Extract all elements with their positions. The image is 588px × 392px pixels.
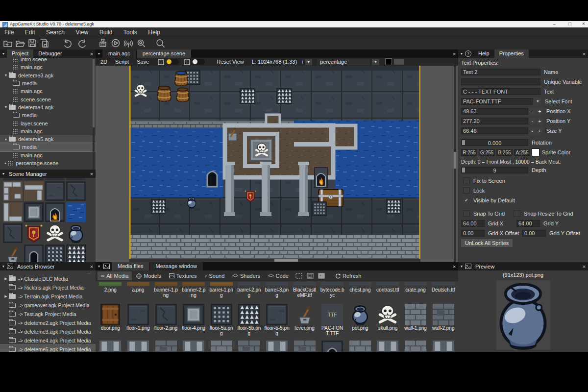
lock-checkbox[interactable] (463, 187, 470, 194)
font-field[interactable] (461, 98, 533, 105)
tab-help[interactable]: Help (473, 49, 494, 58)
tile-plate[interactable] (24, 202, 44, 222)
more-options-icon[interactable]: ... (0, 270, 96, 274)
reset-view-button[interactable]: Reset View (214, 58, 246, 66)
tile-arch[interactable] (24, 245, 44, 262)
asset-item-deleteme4[interactable]: -> deleteme4.agk Project Media (0, 336, 96, 345)
close-icon[interactable]: × (580, 264, 588, 270)
media-item[interactable] (318, 341, 346, 352)
media-item[interactable]: TTFPAC-FONT.TTF (318, 304, 346, 336)
tree-item-percentage-scene[interactable]: ●percentage.scene (0, 159, 96, 167)
menu-build[interactable]: Build (95, 28, 117, 37)
save-all-icon[interactable] (40, 38, 49, 48)
asset-item-test[interactable]: -> Test.agk Project Media (0, 310, 96, 318)
collapse-icon[interactable]: ▼ (458, 265, 465, 268)
media-item[interactable]: barrel-2.png (235, 282, 263, 298)
maximize-button[interactable]: □ (564, 21, 576, 27)
tile-brick-piece[interactable] (3, 181, 23, 201)
snap-to-grid-checkbox[interactable] (463, 210, 470, 217)
fix-to-screen-checkbox[interactable] (463, 177, 470, 184)
tab-media-files[interactable]: Media files (112, 262, 150, 270)
asset-item-gameover[interactable]: -> gameover.agk Project Media (0, 301, 96, 310)
menu-edit[interactable]: Edit (21, 28, 40, 37)
resolution-dropdown-icon[interactable]: ▼ (305, 59, 312, 65)
tree-item-layer-scene[interactable]: layer.scene (0, 119, 96, 127)
tree-item-deleteme4[interactable]: ▼deleteme4.agk (0, 103, 96, 111)
size-y-plus-button[interactable]: + (537, 127, 543, 134)
filter-models[interactable]: Models (133, 271, 164, 280)
expand-arrow-icon[interactable]: ▼ (3, 105, 9, 109)
position-x-minus-button[interactable]: - (529, 108, 536, 115)
menu-tools[interactable]: Tools (119, 28, 142, 37)
size-y-minus-button[interactable]: - (529, 127, 536, 134)
asset-item-terrain[interactable]: ▶-> Terrain.agk Project Media (0, 292, 96, 301)
unique-variable-field[interactable] (461, 78, 540, 85)
scrollbar-thumb[interactable] (93, 59, 95, 127)
project-tree-scrollbar[interactable] (93, 58, 95, 170)
expand-arrow-icon[interactable]: ▼ (3, 74, 9, 77)
media-item[interactable] (235, 341, 263, 352)
tree-item-main-agc[interactable]: main.agc (0, 63, 96, 71)
media-item[interactable]: lever.png (291, 304, 318, 336)
close-icon[interactable]: × (580, 51, 588, 57)
font-dropdown-icon[interactable]: ▼ (534, 98, 541, 105)
media-item[interactable] (374, 341, 402, 352)
tile-floor-cracked[interactable] (3, 223, 23, 243)
save-icon[interactable] (27, 38, 37, 48)
color-r-field[interactable]: R:255 (461, 149, 477, 156)
name-field[interactable] (461, 69, 540, 75)
compile-icon[interactable] (98, 38, 108, 48)
media-item[interactable]: 2.png (97, 282, 124, 298)
media-item[interactable] (152, 341, 180, 352)
media-item[interactable]: contrast.ttf (374, 282, 402, 298)
script-button[interactable]: Script (112, 58, 132, 66)
expand-arrow-icon[interactable]: ▼ (3, 138, 9, 141)
tile-brick-corner[interactable] (3, 202, 23, 222)
media-item[interactable]: Deutsch.ttf (429, 282, 457, 298)
collapse-icon[interactable]: ▼ (0, 172, 7, 175)
view-thumbnails-button[interactable] (317, 272, 326, 279)
close-icon[interactable]: × (88, 171, 96, 177)
menu-search[interactable]: Search (42, 28, 69, 37)
media-item[interactable] (263, 341, 291, 352)
tile-floor-dark[interactable] (45, 181, 65, 201)
grid-x-field[interactable] (461, 220, 485, 227)
filter-sound[interactable]: ♪Sound (201, 271, 228, 280)
media-item[interactable] (124, 341, 152, 352)
refresh-button[interactable]: Refresh (332, 271, 365, 280)
tab-debugger[interactable]: Debugger (33, 49, 67, 58)
media-item[interactable]: floor-4.png (180, 304, 208, 336)
collapse-icon[interactable]: ▼ (96, 265, 102, 268)
slider-thumb[interactable] (462, 140, 465, 145)
snap-resize-checkbox[interactable] (514, 210, 520, 217)
debug-icon[interactable] (136, 38, 146, 48)
tile-rivets[interactable] (45, 245, 65, 262)
media-item[interactable]: pot.png (346, 304, 374, 336)
media-item[interactable]: floor-5a.png (207, 304, 235, 336)
tile-floor-cracked[interactable] (66, 181, 86, 201)
tab-properties[interactable]: Properties (494, 49, 529, 58)
media-item[interactable] (180, 341, 208, 352)
depth-slider[interactable]: 9 (461, 167, 528, 173)
scrollbar-thumb[interactable] (274, 259, 298, 262)
asset-item-deleteme5[interactable]: -> deleteme5.agk Project Media (0, 345, 96, 352)
media-item[interactable] (346, 341, 374, 352)
media-item[interactable]: BlackCastleMF.ttf (291, 282, 318, 298)
save-scene-button[interactable]: Save (134, 58, 152, 66)
tile-spikes[interactable] (66, 245, 86, 262)
asset-item-deleteme2[interactable]: -> deleteme2.agk Project Media (0, 318, 96, 327)
close-icon[interactable]: × (450, 264, 458, 270)
text-field[interactable] (461, 88, 540, 95)
media-item[interactable]: door.png (97, 304, 124, 336)
grid-toggle-icon[interactable] (158, 59, 164, 65)
asset-item-classic-dlc[interactable]: ▶-> Classic DLC Media (0, 274, 96, 283)
tree-item-main-agc[interactable]: main.agc (0, 127, 96, 135)
media-item[interactable]: skull.png (374, 304, 402, 336)
tile-brick-piece[interactable] (24, 181, 44, 201)
tree-item-deleteme3[interactable]: ▼deleteme3.agk (0, 72, 96, 79)
collapse-icon[interactable]: ▼ (0, 52, 7, 55)
position-y-field[interactable] (461, 118, 528, 124)
tile-fireplace[interactable] (45, 202, 65, 222)
media-item[interactable]: banner-2.png (180, 282, 208, 298)
filter-shaders[interactable]: <>Shaders (229, 271, 264, 280)
